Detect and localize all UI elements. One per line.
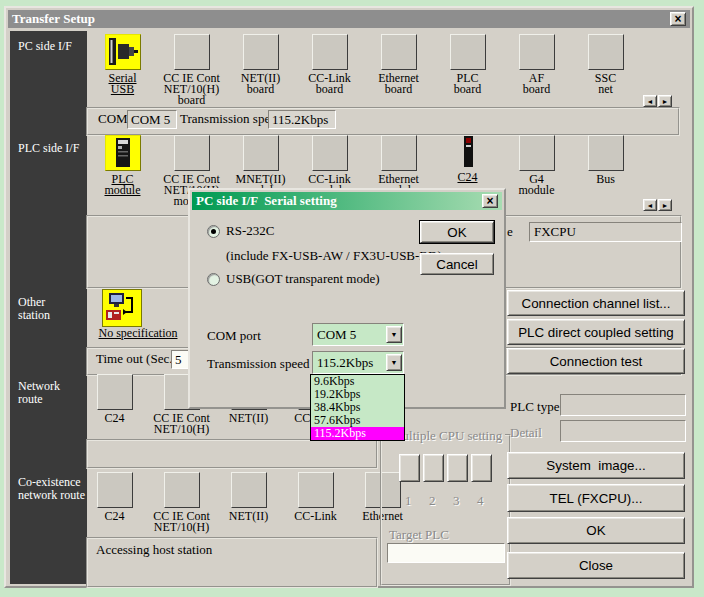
com-summary-panel: COM COM 5 Transmission speed 115.2Kbps bbox=[86, 107, 680, 136]
board-icon bbox=[588, 34, 624, 70]
c24-icon bbox=[451, 135, 485, 169]
target-plc-field bbox=[387, 543, 505, 563]
transmission-speed-combobox[interactable]: 115.2Kbps ▼ bbox=[312, 351, 404, 374]
module-icon bbox=[298, 472, 334, 508]
icon-label: SSC net bbox=[595, 73, 616, 95]
icon-label: CC-Link board bbox=[308, 73, 351, 95]
label-pc-side-if: PC side I/F bbox=[18, 40, 72, 53]
coexistence-option-ccie[interactable]: CC IE Cont NET/10(H) bbox=[148, 472, 215, 533]
rs232c-label[interactable]: RS-232C bbox=[226, 223, 274, 239]
no-specification-label[interactable]: No specification bbox=[90, 328, 186, 339]
icon-label: PLC board bbox=[454, 73, 481, 95]
plc-mode-value-field: FXCPU bbox=[529, 222, 682, 242]
plc-if-option-plc-module[interactable]: PLC module bbox=[88, 135, 157, 207]
plc-type-field bbox=[560, 394, 686, 416]
icon-label: C24 bbox=[104, 413, 124, 424]
desktop: Transfer Setup × PC side I/F PLC side I/… bbox=[0, 0, 704, 597]
scroll-left-icon[interactable]: ◄ bbox=[643, 199, 657, 211]
label-other-station: Other station bbox=[18, 296, 50, 322]
coexistence-option-c24[interactable]: C24 bbox=[81, 472, 148, 533]
dialog-ok-button[interactable]: OK bbox=[420, 221, 494, 243]
icon-label: PLC module bbox=[105, 174, 141, 196]
icon-label: NET(II) bbox=[229, 511, 268, 522]
icon-label: CC IE Cont NET/10(H) bbox=[153, 413, 210, 435]
connection-channel-list-button[interactable]: Connection channel list... bbox=[507, 290, 685, 316]
board-icon bbox=[312, 34, 348, 70]
network-option-c24[interactable]: C24 bbox=[81, 374, 148, 435]
chevron-down-icon[interactable]: ▼ bbox=[386, 326, 402, 343]
icon-label: CC IE Cont NET/10(H) board bbox=[163, 73, 220, 106]
pc-if-option-cclink-board[interactable]: CC-Link board bbox=[295, 34, 364, 106]
cpu-button-2[interactable] bbox=[423, 454, 444, 482]
plc-module-icon bbox=[105, 135, 141, 171]
speed-dropdown-list: 9.6Kbps 19.2Kbps 38.4Kbps 57.6Kbps 115.2… bbox=[310, 374, 405, 441]
speed-value-field: 115.2Kbps bbox=[268, 110, 336, 129]
pc-if-option-ethernet-board[interactable]: Ethernet board bbox=[364, 34, 433, 106]
rs232c-radio[interactable] bbox=[207, 225, 220, 238]
transmission-speed-label: Transmission speed bbox=[207, 356, 309, 372]
board-icon bbox=[450, 34, 486, 70]
cpu-button-4[interactable] bbox=[471, 454, 492, 482]
close-icon[interactable]: × bbox=[482, 194, 498, 208]
module-icon bbox=[97, 374, 133, 410]
plc-mode-label-fragment: e bbox=[507, 224, 513, 240]
com-port-label: COM port bbox=[207, 328, 261, 344]
window-titlebar[interactable]: Transfer Setup × bbox=[8, 10, 690, 28]
accessing-status-text: Accessing host station bbox=[88, 539, 376, 561]
icon-label: Bus bbox=[596, 174, 615, 185]
serial-usb-icon bbox=[105, 34, 141, 70]
icon-label: C24 bbox=[457, 172, 477, 183]
com-port-value: COM 5 bbox=[313, 327, 385, 343]
row-label-column: PC side I/F PLC side I/F Other station N… bbox=[10, 31, 87, 584]
scroll-left-icon[interactable]: ◄ bbox=[643, 95, 657, 107]
coexistence-option-cclink[interactable]: CC-Link bbox=[282, 472, 349, 533]
pc-if-scroll: ◄ ► bbox=[643, 95, 672, 107]
icon-label: CC-Link bbox=[294, 511, 337, 522]
target-plc-label: Target PLC bbox=[389, 527, 449, 543]
plc-type-label: PLC type bbox=[510, 399, 559, 415]
com-port-combobox[interactable]: COM 5 ▼ bbox=[312, 323, 404, 346]
close-icon[interactable]: × bbox=[670, 12, 686, 26]
plc-if-option-bus[interactable]: Bus bbox=[571, 135, 640, 207]
no-specification-icon[interactable] bbox=[102, 289, 142, 327]
icon-label: C24 bbox=[104, 511, 124, 522]
pc-if-option-af-board[interactable]: AF board bbox=[502, 34, 571, 106]
module-icon bbox=[312, 135, 348, 171]
coexistence-option-netii[interactable]: NET(II) bbox=[215, 472, 282, 533]
tel-fxcpu-button[interactable]: TEL (FXCPU)... bbox=[507, 484, 685, 512]
chevron-down-icon[interactable]: ▼ bbox=[386, 354, 402, 371]
speed-option-selected[interactable]: 115.2Kbps bbox=[311, 427, 404, 440]
icon-label: Serial USB bbox=[109, 73, 137, 95]
pc-if-option-ccie-board[interactable]: CC IE Cont NET/10(H) board bbox=[157, 34, 226, 106]
cpu-number-1: 1 bbox=[405, 493, 412, 509]
icon-label: NET(II) bbox=[229, 413, 268, 424]
network-route-description-box bbox=[86, 439, 378, 469]
coexistence-route-row: C24 CC IE Cont NET/10(H) NET(II) CC-Link… bbox=[81, 472, 416, 533]
module-icon bbox=[588, 135, 624, 171]
pc-side-if-row: Serial USB CC IE Cont NET/10(H) board NE… bbox=[88, 34, 644, 106]
close-button[interactable]: Close bbox=[507, 552, 685, 579]
cpu-button-1[interactable] bbox=[399, 454, 420, 482]
scroll-right-icon[interactable]: ► bbox=[658, 95, 672, 107]
pc-if-option-plc-board[interactable]: PLC board bbox=[433, 34, 502, 106]
board-icon bbox=[243, 34, 279, 70]
cpu-button-3[interactable] bbox=[447, 454, 468, 482]
pc-if-option-serial-usb[interactable]: Serial USB bbox=[88, 34, 157, 106]
dialog-titlebar[interactable]: PC side I/F Serial setting × bbox=[192, 192, 502, 210]
plc-if-option-g4-module[interactable]: G4 module bbox=[502, 135, 571, 207]
pc-if-option-netii-board[interactable]: NET(II) board bbox=[226, 34, 295, 106]
cpu-number-4: 4 bbox=[477, 493, 484, 509]
dialog-title: PC side I/F Serial setting bbox=[196, 193, 337, 209]
usb-label[interactable]: USB(GOT transparent mode) bbox=[226, 271, 380, 287]
usb-radio[interactable] bbox=[207, 273, 220, 286]
pc-if-option-ssc-net[interactable]: SSC net bbox=[571, 34, 640, 106]
scroll-right-icon[interactable]: ► bbox=[658, 199, 672, 211]
module-icon bbox=[381, 135, 417, 171]
connection-test-button[interactable]: Connection test bbox=[507, 348, 685, 374]
plc-direct-coupled-button[interactable]: PLC direct coupled setting bbox=[507, 319, 685, 345]
dialog-cancel-button[interactable]: Cancel bbox=[420, 253, 494, 275]
label-network-route: Network route bbox=[18, 380, 60, 406]
icon-label: G4 module bbox=[519, 174, 555, 196]
ok-button[interactable]: OK bbox=[507, 517, 685, 544]
system-image-button[interactable]: System image... bbox=[507, 452, 685, 479]
